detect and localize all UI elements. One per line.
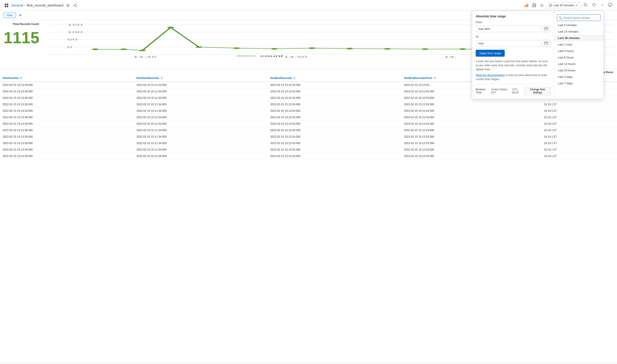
grid-icon-btn[interactable] — [4, 2, 9, 8]
apply-time-range-button[interactable]: Apply time range — [476, 50, 505, 57]
time-range-label: Last 30 minutes — [553, 4, 574, 7]
svg-rect-1 — [7, 4, 8, 5]
svg-line-8 — [74, 6, 76, 6]
table-cell: 2022-02-15 15:12:03.000 — [401, 101, 541, 108]
table-cell: 2022-02-15 15:12:03.000 — [268, 101, 401, 108]
col-flow-end[interactable]: flowEndSeconds ▽ — [268, 75, 401, 82]
table-cell: 10.10.1.57 — [541, 108, 617, 114]
quick-range-item[interactable]: Last 30 minutes — [554, 35, 604, 41]
search-box-wrap: 🔍 — [557, 14, 601, 21]
change-time-settings-button[interactable]: Change time settings — [524, 87, 550, 95]
save-button[interactable] — [531, 2, 537, 8]
table-cell: 10.10.1.57 — [541, 134, 617, 140]
filter-button[interactable]: Filter — [4, 13, 16, 18]
quick-range-item[interactable]: Last 7 days — [554, 80, 604, 87]
quick-range-item[interactable]: Last 6 hours — [554, 54, 604, 61]
table-cell: 2022-02-15 15:13:39.000 — [0, 134, 134, 140]
svg-point-37 — [92, 49, 99, 50]
svg-point-15 — [541, 5, 542, 6]
chevron-down-button[interactable] — [599, 2, 605, 8]
svg-text:100: 100 — [67, 31, 83, 33]
table-cell: 2022-02-15 15:12:03.000 — [268, 140, 401, 146]
table-cell: 2022-02-15 15:11:34.000 — [134, 121, 268, 127]
doc-row: Read the documentation to find out more … — [476, 73, 550, 81]
settings-button[interactable] — [539, 2, 545, 8]
time-picker-panel: Absolute time range From To — [472, 11, 604, 99]
svg-rect-0 — [5, 4, 6, 5]
table-cell: 10.10.1.57 — [541, 114, 617, 121]
to-input[interactable] — [476, 40, 541, 47]
table-cell: 2022-02-15 15:13:39.000 — [0, 88, 134, 95]
star-button[interactable] — [65, 3, 70, 8]
quick-range-item[interactable]: Last 15 minutes — [554, 28, 604, 35]
svg-rect-13 — [533, 4, 535, 5]
quick-range-item[interactable]: Last 24 hours — [554, 67, 604, 74]
quick-range-item[interactable]: Last 1 hour — [554, 41, 604, 48]
from-calendar-button[interactable] — [542, 25, 550, 33]
abs-panel-title: Absolute time range — [476, 14, 550, 18]
table-cell: 2022-02-15 15:12:03.000 — [268, 114, 401, 121]
quick-search-input[interactable] — [557, 14, 601, 21]
tz-name: United States, EST — [491, 88, 510, 94]
svg-line-7 — [74, 4, 76, 5]
svg-point-48 — [459, 48, 466, 50]
from-input[interactable] — [476, 26, 541, 32]
doc-link[interactable]: Read the documentation — [476, 74, 505, 77]
add-filter-button[interactable] — [18, 13, 23, 18]
table-row: 2022-02-15 15:13:39.0002022-02-15 15:11:… — [0, 121, 617, 127]
breadcrumb-dashboard: flow_records_dashboard — [27, 3, 63, 7]
quick-range-item[interactable]: Last 3 hours — [554, 48, 604, 54]
time-range-button[interactable]: Last 30 minutes — [547, 2, 580, 8]
svg-rect-14 — [533, 5, 535, 7]
quick-panel: 🔍 Last 5 minutesLast 15 minutesLast 30 m… — [554, 11, 604, 99]
calendar-icon — [544, 27, 548, 30]
monitor-button[interactable] — [607, 2, 613, 9]
table-cell: 2022-02-15 15:13:39.000 — [0, 121, 134, 127]
clock-icon — [549, 4, 552, 7]
svg-point-45 — [347, 48, 353, 50]
topbar: General / flow_records_dashboard — [0, 0, 617, 11]
filter-icon-end-from: ▽ — [434, 77, 436, 79]
bar-chart-icon — [524, 3, 529, 8]
table-cell: 2022-02-15 15:11:34.000 — [134, 153, 268, 159]
table-cell: 10.10.1.57 — [541, 153, 617, 159]
table-cell: 2022-02-15 15:12:03.000 — [268, 121, 401, 127]
from-row — [476, 25, 550, 33]
bar-chart-button[interactable] — [523, 2, 529, 9]
breadcrumb-general[interactable]: General — [11, 3, 23, 7]
table-cell: 2022-02-15 15:13:39.000 — [0, 127, 134, 134]
to-calendar-button[interactable] — [542, 40, 550, 47]
grid-icon — [4, 3, 9, 7]
quick-range-item[interactable]: Last 2 days — [554, 74, 604, 80]
table-cell: 2022-02-15 15:12:03.000 — [268, 134, 401, 140]
table-cell: 2022-02-15 15:13:39.000 — [0, 82, 134, 88]
table-cell: 2022-02-15 15:12:03.000 — [401, 153, 541, 159]
filter-icon-start: ▽ — [161, 77, 162, 79]
svg-rect-9 — [524, 5, 525, 7]
browser-time-label: Browser Time — [476, 88, 489, 94]
utc-offset: UTC-05:00 — [512, 88, 523, 94]
quick-range-item[interactable]: Last 5 minutes — [554, 22, 604, 28]
table-cell: 2022-02-15 15:12:03.000 — [268, 82, 401, 88]
table-cell: 2022-02-15 15:13:39.000 — [0, 153, 134, 159]
quick-range-item[interactable]: Last 12 hours — [554, 61, 604, 67]
refresh-button[interactable] — [591, 2, 597, 9]
add-icon — [18, 13, 22, 17]
svg-text:14:50: 14:50 — [284, 56, 307, 58]
svg-rect-20 — [608, 3, 612, 6]
zoom-out-button[interactable] — [582, 2, 589, 9]
svg-rect-3 — [7, 6, 8, 7]
big-number: 1115 — [4, 27, 48, 48]
table-cell: 2022-02-15 15:12:03.000 — [401, 121, 541, 127]
svg-point-42 — [233, 48, 240, 49]
svg-rect-10 — [526, 4, 527, 7]
table-cell: 2022-02-15 15:13:39.000 — [0, 114, 134, 121]
topbar-right: Last 30 minutes — [523, 2, 613, 9]
col-flow-start[interactable]: flowStartSeconds ▽ — [134, 75, 268, 82]
table-row: 2022-02-15 15:13:39.0002022-02-15 15:11:… — [0, 114, 617, 121]
col-time-inserted[interactable]: timeInserted ▽ — [0, 75, 134, 82]
table-cell: 2022-02-15 15:12:03.000 — [268, 108, 401, 114]
chevron-up-icon — [575, 4, 578, 7]
share-button[interactable] — [72, 3, 78, 8]
table-section: Flow Recor timeInserted ▽ flowStartSecon… — [0, 69, 617, 363]
